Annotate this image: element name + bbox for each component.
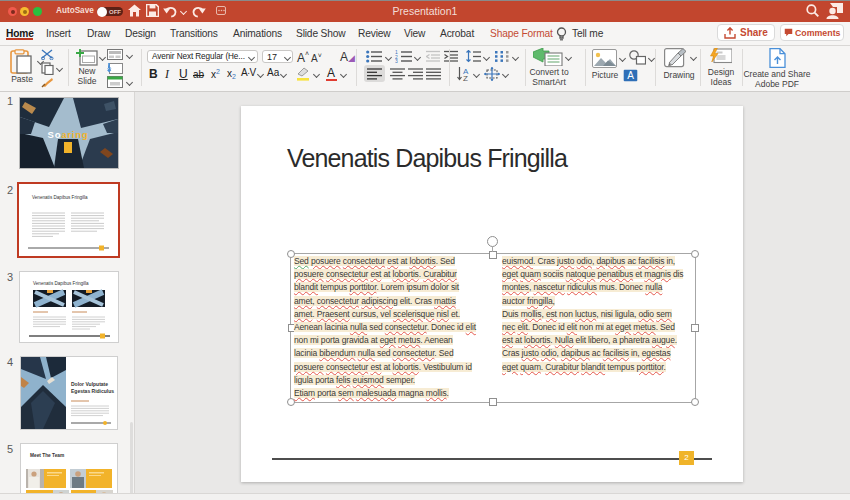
- svg-text:Dolor Vulputate: Dolor Vulputate: [71, 381, 108, 387]
- svg-text:Soaring: Soaring: [48, 129, 89, 140]
- svg-text:3: 3: [395, 58, 398, 63]
- svg-text:Egestas Ridiculus: Egestas Ridiculus: [71, 388, 114, 394]
- svg-text:Venenatis Dapibus Fringilla: Venenatis Dapibus Fringilla: [32, 195, 88, 200]
- svg-text:Venenatis Dapibus Fringilla: Venenatis Dapibus Fringilla: [33, 281, 89, 286]
- svg-text:Meet The Team: Meet The Team: [30, 453, 64, 458]
- svg-text:A: A: [627, 70, 634, 81]
- svg-text:Z: Z: [463, 74, 468, 81]
